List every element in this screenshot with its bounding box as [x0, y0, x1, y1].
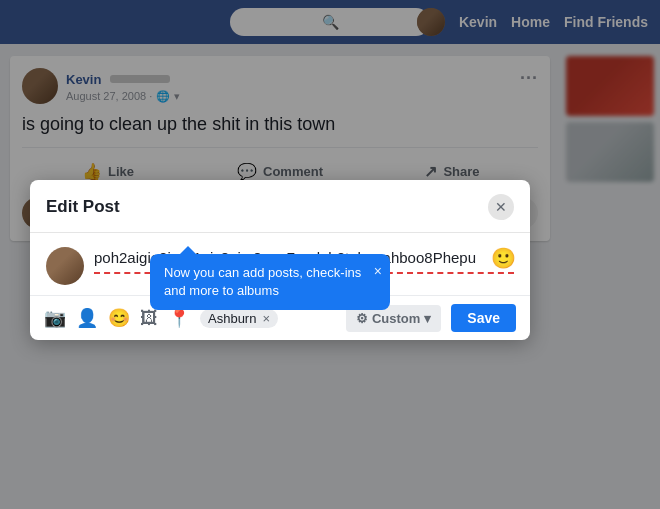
- tooltip-bubble: × Now you can add posts, check-ins and m…: [150, 254, 390, 310]
- location-tag: Ashburn ×: [200, 309, 278, 328]
- modal-header: Edit Post ✕: [30, 180, 530, 233]
- modal-emoji-button[interactable]: 🙂: [491, 246, 516, 270]
- emoji-toolbar-icon[interactable]: 😊: [108, 307, 130, 329]
- modal-title: Edit Post: [46, 197, 120, 217]
- custom-label: Custom: [372, 311, 420, 326]
- location-remove-button[interactable]: ×: [262, 311, 270, 326]
- location-text: Ashburn: [208, 311, 256, 326]
- tooltip-text: Now you can add posts, check-ins and mor…: [164, 265, 361, 298]
- gear-icon: ⚙: [356, 311, 368, 326]
- chevron-down-icon: ▾: [424, 311, 431, 326]
- modal-avatar: [46, 247, 84, 285]
- photo-icon[interactable]: 📷: [44, 307, 66, 329]
- tooltip-arrow: [180, 246, 196, 254]
- modal-close-button[interactable]: ✕: [488, 194, 514, 220]
- location-icon-toolbar[interactable]: 📍: [168, 307, 190, 329]
- modal-overlay: Edit Post ✕ poh2aigie2jeyil1aiv8eim8pae7…: [0, 0, 660, 509]
- tooltip-close-button[interactable]: ×: [374, 262, 382, 282]
- tag-icon[interactable]: 👤: [76, 307, 98, 329]
- save-button[interactable]: Save: [451, 304, 516, 332]
- media-icon[interactable]: 🖼: [140, 308, 158, 329]
- edit-post-modal: Edit Post ✕ poh2aigie2jeyil1aiv8eim8pae7…: [30, 180, 530, 340]
